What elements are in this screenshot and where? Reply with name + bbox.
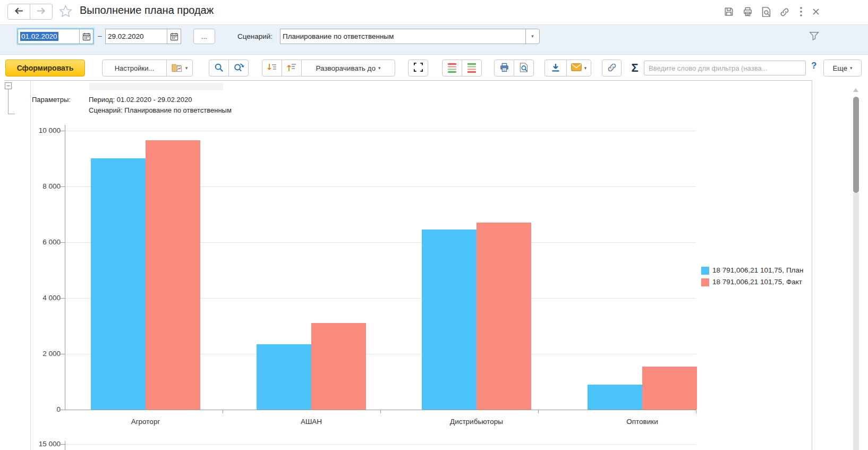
bar-Факт-Дистрибьюторы[interactable]: [476, 223, 531, 410]
bar-План-Оптовики[interactable]: [588, 385, 642, 410]
next-chart-tick: [61, 444, 65, 445]
category-label: Оптовики: [563, 418, 722, 426]
bar-План-АШАН[interactable]: [257, 344, 311, 410]
scenario-value: Планирование по ответственным: [280, 29, 525, 44]
y-axis-tick: [61, 354, 65, 354]
category-label: Дистрибьюторы: [397, 418, 556, 426]
save-icon[interactable]: [724, 6, 734, 19]
parameters-label: Параметры:: [32, 96, 71, 104]
download-icon: [551, 63, 560, 74]
print-report-button[interactable]: [494, 60, 514, 77]
bar-План-Дистрибьюторы[interactable]: [422, 230, 476, 410]
bar-Факт-Агроторг[interactable]: [146, 140, 200, 410]
category-label: АШАН: [232, 418, 391, 426]
red-green-stripes-icon: [448, 63, 456, 73]
report-link-button[interactable]: [602, 60, 622, 77]
app-window: Выполнение плана продаж 01.02.2020 – 29.…: [0, 0, 868, 450]
legend-swatch-Факт: [701, 278, 709, 286]
group-bracket-line: [8, 89, 8, 114]
bar-План-Агроторг[interactable]: [91, 158, 146, 410]
scenario-label: Сценарий:: [237, 32, 273, 40]
search-next-button[interactable]: [228, 60, 249, 77]
expand-down-icon: [267, 63, 277, 74]
chevron-down-icon: ▾: [850, 66, 853, 71]
category-tick: [538, 410, 539, 413]
date-from-calendar-icon[interactable]: [79, 29, 93, 44]
favorite-star-icon[interactable]: [58, 4, 73, 21]
scenario-field[interactable]: Планирование по ответственным: [280, 29, 526, 44]
expand-to-button[interactable]: Разворачивать до ▾: [301, 60, 395, 77]
group-bracket-elbow: [8, 114, 15, 114]
report-right-border: [812, 80, 812, 450]
search-icon: [214, 63, 224, 74]
sort-green-red-button[interactable]: [462, 60, 482, 77]
sort-red-green-button[interactable]: [442, 60, 462, 77]
date-from-value[interactable]: 01.02.2020: [20, 32, 58, 41]
help-icon[interactable]: ?: [811, 61, 816, 71]
report-top-border: [4, 80, 812, 81]
back-arrow-icon: [14, 7, 23, 16]
get-link-icon[interactable]: [779, 7, 790, 20]
period-more-button[interactable]: ...: [193, 29, 215, 44]
y-axis-tick: [61, 131, 65, 131]
chevron-down-icon: ▾: [185, 66, 188, 71]
quick-filter-input[interactable]: [644, 61, 806, 75]
green-red-stripes-icon: [467, 63, 476, 73]
forward-button[interactable]: [30, 4, 53, 20]
y-axis-tick: [61, 186, 65, 187]
fullscreen-button[interactable]: [408, 60, 428, 77]
chevron-down-icon: ▾: [584, 66, 587, 71]
more-actions-button[interactable]: Еще ▾: [823, 60, 862, 77]
back-button[interactable]: [7, 4, 30, 20]
generate-button[interactable]: Сформировать: [5, 60, 85, 77]
settings-button[interactable]: Настройки...: [102, 60, 167, 77]
bar-Факт-АШАН[interactable]: [311, 323, 366, 410]
y-axis-tick-label: 10 000: [20, 126, 61, 134]
date-to-field[interactable]: 29.02.2020: [105, 29, 181, 44]
y-axis-tick-label: 4 000: [20, 294, 61, 302]
search-button[interactable]: [209, 60, 229, 77]
date-range-dash: –: [98, 32, 102, 40]
expand-groups-button[interactable]: [262, 60, 282, 77]
search-refresh-icon: [233, 62, 244, 74]
chart-gridline: [65, 131, 696, 131]
category-tick: [696, 410, 696, 413]
close-icon[interactable]: [812, 8, 820, 18]
print-icon[interactable]: [742, 6, 753, 19]
bar-Факт-Оптовики[interactable]: [642, 367, 697, 410]
report-variant-icon: [172, 63, 183, 74]
send-email-button[interactable]: ▾: [566, 60, 591, 77]
save-file-button[interactable]: [544, 60, 567, 77]
y-axis-tick-label: 6 000: [20, 238, 61, 246]
chevron-down-icon: ▾: [531, 34, 534, 39]
filter-funnel-icon[interactable]: [809, 31, 819, 43]
sigma-totals-icon[interactable]: Σ: [627, 60, 643, 77]
scenario-dropdown-button[interactable]: ▾: [525, 29, 540, 44]
kebab-menu-icon[interactable]: [799, 6, 803, 19]
legend-label-План: 18 791,006,21 101,75, План: [712, 266, 803, 274]
preview-report-button[interactable]: [514, 60, 534, 77]
scrollbar-track[interactable]: [853, 193, 859, 450]
chevron-down-icon: ▾: [378, 66, 381, 71]
page-magnifier-blue-icon: [519, 62, 529, 74]
page-title: Выполнение плана продаж: [80, 4, 214, 16]
date-from-field[interactable]: 01.02.2020: [18, 29, 93, 44]
parameters-scenario-line: Сценарий: Планирование по ответственным: [89, 106, 232, 114]
print-preview-icon[interactable]: [761, 6, 771, 20]
parameters-period-line: Период: 01.02.2020 - 29.02.2020: [89, 96, 192, 104]
date-to-value: 29.02.2020: [106, 29, 167, 44]
fullscreen-icon: [413, 62, 423, 74]
report-variants-button[interactable]: ▾: [166, 60, 193, 77]
group-collapse-toggle[interactable]: −: [5, 82, 12, 89]
y-axis-tick-label: 2 000: [20, 350, 61, 358]
y-axis-tick-label: 8 000: [20, 182, 61, 190]
scrollbar-up-arrow[interactable]: [853, 88, 858, 92]
category-tick: [223, 410, 223, 413]
legend-swatch-План: [701, 267, 709, 275]
chain-link-icon: [607, 62, 617, 74]
category-tick: [380, 410, 381, 413]
date-to-calendar-icon[interactable]: [167, 29, 181, 44]
collapse-groups-button[interactable]: [282, 60, 302, 77]
scrollbar-thumb[interactable]: [853, 97, 859, 193]
collapse-up-icon: [286, 63, 297, 74]
